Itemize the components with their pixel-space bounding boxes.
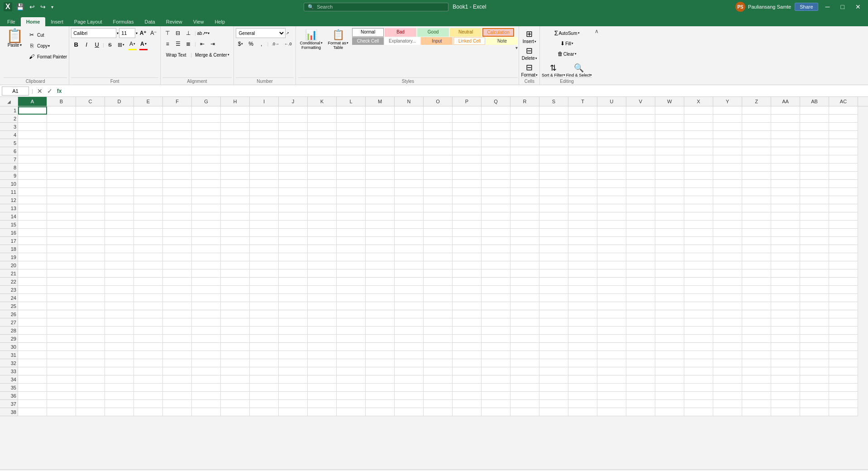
cell-A35[interactable] bbox=[18, 384, 47, 392]
cell-AC6[interactable] bbox=[829, 147, 858, 155]
row-header-17[interactable]: 17 bbox=[0, 237, 18, 245]
cell-S38[interactable] bbox=[539, 408, 568, 416]
cell-F12[interactable] bbox=[163, 196, 192, 204]
cell-O20[interactable] bbox=[424, 261, 453, 269]
cell-Q17[interactable] bbox=[482, 237, 510, 245]
cell-Y25[interactable] bbox=[713, 302, 742, 310]
cell-I19[interactable] bbox=[250, 253, 279, 261]
insert-arrow[interactable]: ▾ bbox=[534, 40, 536, 43]
cell-W5[interactable] bbox=[655, 139, 684, 147]
cell-O22[interactable] bbox=[424, 278, 453, 286]
cell-W38[interactable] bbox=[655, 408, 684, 416]
cell-Y30[interactable] bbox=[713, 343, 742, 351]
cell-Q11[interactable] bbox=[482, 188, 510, 196]
cell-P3[interactable] bbox=[453, 123, 482, 131]
cell-J31[interactable] bbox=[279, 351, 308, 359]
cell-S32[interactable] bbox=[539, 359, 568, 367]
cell-O28[interactable] bbox=[424, 327, 453, 335]
cell-B36[interactable] bbox=[47, 392, 76, 400]
cell-L36[interactable] bbox=[337, 392, 366, 400]
cell-V34[interactable] bbox=[626, 375, 655, 384]
cell-AC38[interactable] bbox=[829, 408, 858, 416]
cell-J33[interactable] bbox=[279, 367, 308, 375]
italic-button[interactable]: I bbox=[81, 40, 91, 50]
cell-AA36[interactable] bbox=[771, 392, 800, 400]
cell-M14[interactable] bbox=[366, 212, 395, 221]
cell-F22[interactable] bbox=[163, 278, 192, 286]
cell-B22[interactable] bbox=[47, 278, 76, 286]
cell-N11[interactable] bbox=[395, 188, 424, 196]
cell-X37[interactable] bbox=[684, 400, 713, 408]
cell-G37[interactable] bbox=[192, 400, 221, 408]
cell-AC21[interactable] bbox=[829, 269, 858, 278]
cell-T23[interactable] bbox=[568, 286, 597, 294]
cell-Z28[interactable] bbox=[742, 327, 771, 335]
cell-AC32[interactable] bbox=[829, 359, 858, 367]
cell-N18[interactable] bbox=[395, 245, 424, 253]
cell-AB26[interactable] bbox=[800, 310, 829, 318]
cell-R6[interactable] bbox=[510, 147, 539, 155]
cell-Q36[interactable] bbox=[482, 392, 510, 400]
cell-A32[interactable] bbox=[18, 359, 47, 367]
cell-J13[interactable] bbox=[279, 204, 308, 212]
cell-F31[interactable] bbox=[163, 351, 192, 359]
cell-T7[interactable] bbox=[568, 155, 597, 163]
cell-W15[interactable] bbox=[655, 221, 684, 229]
cell-C16[interactable] bbox=[76, 229, 105, 237]
cell-Z23[interactable] bbox=[742, 286, 771, 294]
cell-B12[interactable] bbox=[47, 196, 76, 204]
cell-I12[interactable] bbox=[250, 196, 279, 204]
minimize-button[interactable]: ─ bbox=[822, 2, 834, 11]
cell-O10[interactable] bbox=[424, 180, 453, 188]
cell-K27[interactable] bbox=[308, 318, 337, 327]
cell-E24[interactable] bbox=[134, 294, 163, 302]
cell-P8[interactable] bbox=[453, 163, 482, 172]
cell-B1[interactable] bbox=[47, 106, 76, 115]
cell-U20[interactable] bbox=[597, 261, 626, 269]
row-header-6[interactable]: 6 bbox=[0, 147, 18, 155]
cell-AB7[interactable] bbox=[800, 155, 829, 163]
cell-AC12[interactable] bbox=[829, 196, 858, 204]
cell-U30[interactable] bbox=[597, 343, 626, 351]
restore-button[interactable]: □ bbox=[837, 2, 848, 11]
cell-G17[interactable] bbox=[192, 237, 221, 245]
cell-AC17[interactable] bbox=[829, 237, 858, 245]
cell-Y34[interactable] bbox=[713, 375, 742, 384]
cell-L26[interactable] bbox=[337, 310, 366, 318]
cell-U11[interactable] bbox=[597, 188, 626, 196]
cell-AB21[interactable] bbox=[800, 269, 829, 278]
cell-M23[interactable] bbox=[366, 286, 395, 294]
cell-J14[interactable] bbox=[279, 212, 308, 221]
cell-J30[interactable] bbox=[279, 343, 308, 351]
cell-X19[interactable] bbox=[684, 253, 713, 261]
cell-G3[interactable] bbox=[192, 123, 221, 131]
cell-F36[interactable] bbox=[163, 392, 192, 400]
cell-Y9[interactable] bbox=[713, 172, 742, 180]
cell-C32[interactable] bbox=[76, 359, 105, 367]
cell-G30[interactable] bbox=[192, 343, 221, 351]
cell-AC25[interactable] bbox=[829, 302, 858, 310]
cell-O26[interactable] bbox=[424, 310, 453, 318]
cell-L38[interactable] bbox=[337, 408, 366, 416]
cell-T33[interactable] bbox=[568, 367, 597, 375]
cell-AC8[interactable] bbox=[829, 163, 858, 172]
cell-H25[interactable] bbox=[221, 302, 250, 310]
cell-P10[interactable] bbox=[453, 180, 482, 188]
cell-J10[interactable] bbox=[279, 180, 308, 188]
cell-W18[interactable] bbox=[655, 245, 684, 253]
cell-Y7[interactable] bbox=[713, 155, 742, 163]
cell-Z4[interactable] bbox=[742, 131, 771, 139]
cell-V15[interactable] bbox=[626, 221, 655, 229]
cell-J23[interactable] bbox=[279, 286, 308, 294]
cell-U35[interactable] bbox=[597, 384, 626, 392]
cell-H8[interactable] bbox=[221, 163, 250, 172]
cell-K32[interactable] bbox=[308, 359, 337, 367]
delete-arrow[interactable]: ▾ bbox=[535, 57, 537, 60]
cell-R12[interactable] bbox=[510, 196, 539, 204]
cell-S36[interactable] bbox=[539, 392, 568, 400]
cell-X4[interactable] bbox=[684, 131, 713, 139]
cell-C12[interactable] bbox=[76, 196, 105, 204]
cell-W27[interactable] bbox=[655, 318, 684, 327]
cell-C26[interactable] bbox=[76, 310, 105, 318]
cell-K29[interactable] bbox=[308, 335, 337, 343]
